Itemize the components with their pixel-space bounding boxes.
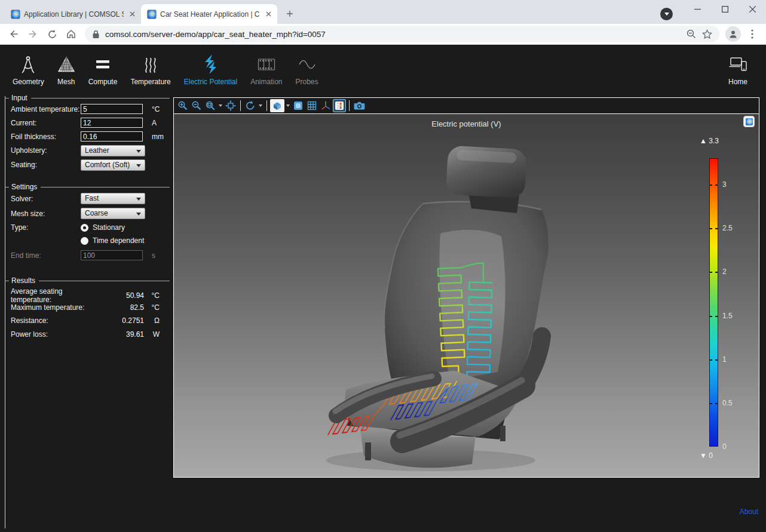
colorbar-tick-label: 0 xyxy=(722,442,727,451)
close-tab-icon[interactable] xyxy=(263,9,274,19)
type-row: Type: Stationary xyxy=(11,221,173,234)
default-view-dropdown[interactable] xyxy=(285,99,291,112)
browser-menu-button[interactable] xyxy=(744,26,760,42)
window-controls xyxy=(684,0,766,18)
colorbar-tick-label: 0.5 xyxy=(722,399,733,407)
mesh-size-row: Mesh size: Coarse xyxy=(11,206,173,221)
color-legend-button[interactable] xyxy=(333,99,346,112)
home-ribbon-button[interactable]: Home xyxy=(722,49,754,86)
current-row: Current: A xyxy=(11,116,173,130)
default-view-button[interactable] xyxy=(270,99,284,112)
mesh-size-select[interactable]: Coarse xyxy=(81,208,145,219)
tab-title: Application Library | COMSOL Se xyxy=(24,10,124,19)
zoom-extents-button[interactable] xyxy=(224,99,237,112)
toolbar-separator xyxy=(266,100,267,111)
plot-canvas[interactable]: Electric potential (V) ▲ 3.3 3 2.5 2 1.5… xyxy=(174,114,759,477)
comsol-favicon xyxy=(11,10,20,19)
animation-button[interactable]: Animation xyxy=(244,49,289,86)
axes-orientation-button[interactable] xyxy=(319,99,332,112)
current-input[interactable] xyxy=(81,118,143,128)
plot-title: Electric potential (V) xyxy=(174,119,759,128)
colorbar xyxy=(709,158,718,447)
browser-window: Application Library | COMSOL Se Car Seat… xyxy=(0,0,766,532)
app-main: Input Ambient temperature: °C Current: A… xyxy=(0,91,766,532)
foil-thickness-input[interactable] xyxy=(81,131,143,142)
close-window-button[interactable] xyxy=(739,0,766,18)
maximum-temperature-row: Maximum temperature: 82.5 °C xyxy=(11,301,160,315)
grid-button[interactable] xyxy=(305,99,318,112)
colorbar-max-marker: ▲ 3.3 xyxy=(700,137,719,145)
temperature-button[interactable]: Temperature xyxy=(124,49,177,86)
upholstery-row: Upholstery: Leather xyxy=(11,143,173,158)
graphics-toolbar xyxy=(174,98,759,114)
forward-button[interactable] xyxy=(25,26,41,42)
tab-title: Car Seat Heater Application | CO xyxy=(160,10,260,19)
browser-toolbar: comsol.com/server-demo/app/car_seat_heat… xyxy=(0,24,766,45)
electric-potential-button[interactable]: Electric Potential xyxy=(177,49,244,86)
upholstery-select[interactable]: Leather xyxy=(81,145,145,156)
zoom-out-button[interactable] xyxy=(190,99,203,112)
compute-button[interactable]: Compute xyxy=(82,49,124,86)
comsol-logo-badge xyxy=(743,116,755,127)
stationary-radio[interactable] xyxy=(81,224,88,232)
end-time-row: End time: s xyxy=(11,247,173,263)
colorbar-tick-label: 3 xyxy=(722,180,727,189)
input-section-header: Input xyxy=(5,94,170,102)
maximize-button[interactable] xyxy=(711,0,739,18)
bookmark-star-icon[interactable] xyxy=(702,29,712,39)
reset-view-button[interactable] xyxy=(244,99,257,112)
avg-seating-temperature-row: Average seating temperature: 50.94 °C xyxy=(11,287,160,301)
film-strip-icon xyxy=(258,52,275,77)
probes-button[interactable]: Probes xyxy=(289,49,325,86)
scene-light-button[interactable] xyxy=(292,99,305,112)
zoom-indicator-icon[interactable] xyxy=(686,29,697,39)
ambient-temperature-row: Ambient temperature: °C xyxy=(11,102,173,116)
minimize-button[interactable] xyxy=(684,0,711,18)
seating-row: Seating: Comfort (Soft) xyxy=(11,158,173,172)
zoom-box-button[interactable] xyxy=(204,99,217,112)
tab-search-button[interactable] xyxy=(660,8,673,20)
results-section-header: Results xyxy=(5,276,170,285)
devices-icon xyxy=(728,52,747,77)
profile-avatar[interactable] xyxy=(725,26,741,42)
zoom-box-dropdown[interactable] xyxy=(217,99,223,112)
power-loss-row: Power loss: 39.61 W xyxy=(11,328,160,342)
solver-select[interactable]: Fast xyxy=(81,193,145,204)
end-time-input xyxy=(81,250,143,260)
back-button[interactable] xyxy=(6,26,22,42)
colorbar-min-marker: ▼ 0 xyxy=(700,451,713,460)
tab-application-library[interactable]: Application Library | COMSOL Se xyxy=(5,4,141,24)
compute-equals-icon xyxy=(95,52,111,77)
about-link[interactable]: About xyxy=(740,508,758,516)
foil-thickness-row: Foil thickness: mm xyxy=(11,130,173,143)
new-tab-button[interactable] xyxy=(282,6,298,21)
type-row-2: Time dependent xyxy=(11,234,173,247)
geometry-compass-icon xyxy=(20,52,36,77)
reload-button[interactable] xyxy=(44,26,60,42)
settings-section-header: Settings xyxy=(5,183,170,191)
home-button[interactable] xyxy=(63,26,79,42)
lightning-bolt-icon xyxy=(203,52,218,77)
close-tab-icon[interactable] xyxy=(127,9,137,19)
toolbar-separator xyxy=(349,100,350,111)
url-text: comsol.com/server-demo/app/car_seat_heat… xyxy=(105,30,681,39)
colorbar-tick-label: 1 xyxy=(722,355,727,364)
tab-car-seat-heater[interactable]: Car Seat Heater Application | CO xyxy=(141,4,277,24)
snapshot-camera-button[interactable] xyxy=(353,99,366,112)
seating-select[interactable]: Comfort (Soft) xyxy=(81,159,145,171)
reset-view-dropdown[interactable] xyxy=(258,99,263,112)
address-bar[interactable]: comsol.com/server-demo/app/car_seat_heat… xyxy=(85,26,719,42)
graphics-panel: Electric potential (V) ▲ 3.3 3 2.5 2 1.5… xyxy=(173,97,759,478)
mesh-button[interactable]: Mesh xyxy=(51,49,82,86)
maximum-temperature-value: 82.5 xyxy=(105,303,144,312)
time-dependent-radio[interactable] xyxy=(81,237,88,245)
ambient-temperature-input[interactable] xyxy=(81,104,143,114)
zoom-in-button[interactable] xyxy=(176,99,189,112)
heat-waves-icon xyxy=(143,52,158,77)
parameter-sidebar: Input Ambient temperature: °C Current: A… xyxy=(0,91,173,341)
tab-strip: Application Library | COMSOL Se Car Seat… xyxy=(0,0,766,24)
power-loss-value: 39.61 xyxy=(105,330,144,339)
geometry-button[interactable]: Geometry xyxy=(6,49,51,86)
colorbar-tick-label: 2 xyxy=(722,267,727,276)
resistance-row: Resistance: 0.2751 Ω xyxy=(11,314,160,328)
